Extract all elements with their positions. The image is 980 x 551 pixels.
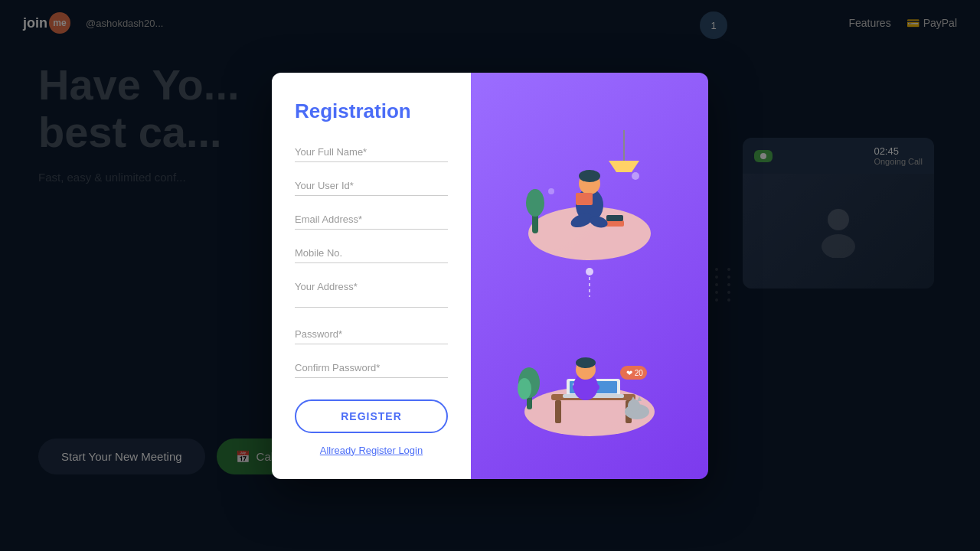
address-field: [295, 277, 448, 311]
confirm-password-field: [295, 358, 448, 378]
svg-text:❤ 20: ❤ 20: [626, 369, 643, 377]
user-id-field: [295, 176, 448, 196]
user-id-input[interactable]: [295, 176, 448, 196]
modal-title: Registration: [295, 99, 448, 123]
full-name-field: [295, 142, 448, 162]
svg-rect-5: [605, 220, 624, 227]
svg-rect-14: [576, 193, 593, 205]
password-input[interactable]: [295, 324, 448, 344]
confirm-password-input[interactable]: [295, 358, 448, 378]
svg-rect-6: [606, 215, 623, 221]
svg-marker-8: [609, 161, 639, 172]
svg-rect-24: [555, 400, 561, 423]
svg-rect-35: [573, 384, 599, 390]
svg-point-22: [518, 378, 531, 399]
login-link[interactable]: Allready Register Login: [295, 445, 448, 456]
svg-point-11: [579, 170, 600, 182]
registration-modal: Registration REGISTER: [272, 73, 708, 479]
register-button[interactable]: REGISTER: [295, 399, 448, 433]
bottom-illustration: ❤ 20: [513, 298, 666, 436]
modal-illustration-panel: ❤ 20: [471, 73, 708, 479]
connector-line: [578, 268, 601, 298]
svg-point-37: [628, 399, 640, 412]
full-name-input[interactable]: [295, 142, 448, 162]
modal-overlay: Registration REGISTER: [0, 0, 980, 551]
svg-point-17: [586, 268, 593, 276]
modal-form-panel: Registration REGISTER: [272, 73, 471, 479]
address-input[interactable]: [295, 277, 448, 308]
svg-point-34: [576, 357, 596, 368]
svg-point-15: [632, 172, 639, 180]
mobile-field: [295, 243, 448, 263]
svg-point-4: [526, 189, 544, 217]
top-illustration: [513, 115, 666, 268]
password-field: [295, 324, 448, 344]
email-field: [295, 210, 448, 230]
svg-point-16: [548, 188, 554, 194]
email-input[interactable]: [295, 210, 448, 230]
mobile-input[interactable]: [295, 243, 448, 263]
